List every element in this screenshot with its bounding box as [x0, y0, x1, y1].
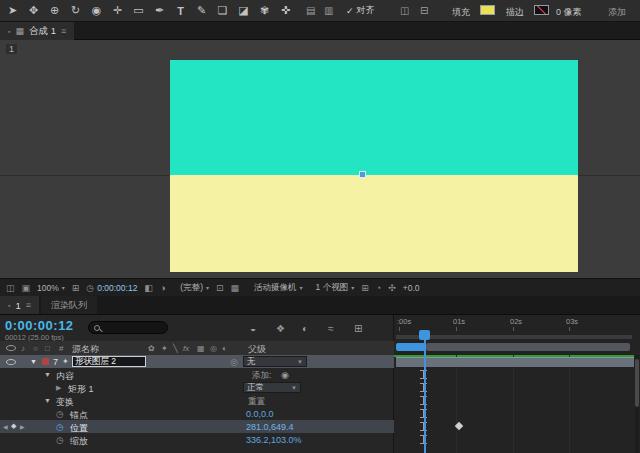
parent-dropdown[interactable]: 无 ▼ [243, 356, 307, 367]
playhead-line[interactable] [424, 330, 426, 453]
zoom-tool-icon[interactable]: ⊕ [48, 4, 61, 17]
layer-duration-bar[interactable] [396, 357, 634, 367]
contents-group-row[interactable]: ▼ 内容 添加: ◉ [0, 368, 394, 381]
anchor-point-value[interactable]: 0.0,0.0 [246, 409, 274, 419]
stopwatch-icon[interactable]: ◷ [56, 435, 64, 445]
snapshot-icon[interactable]: ◧ [144, 283, 153, 293]
grid-guides-icon[interactable]: ⊞ [72, 283, 80, 293]
camera-tool-icon[interactable]: ◉ [90, 4, 103, 17]
add-button-icon[interactable]: ◉ [281, 370, 289, 380]
comp-bottom-half-yellow [170, 175, 578, 272]
chevron-down-icon: ▾ [206, 284, 209, 291]
eraser-tool-icon[interactable]: ◪ [237, 4, 250, 17]
fill-color-swatch[interactable] [480, 5, 495, 15]
show-channel-icon[interactable]: ◑ [160, 283, 165, 293]
pen-tool-icon[interactable]: ✒ [153, 4, 166, 17]
panel-menu-icon[interactable]: ≡ [61, 26, 66, 36]
current-timecode[interactable]: 0:00:00:12 [5, 318, 74, 333]
prev-keyframe-icon[interactable]: ◀ [3, 423, 8, 430]
rectangle-group-row[interactable]: ▶ 矩形 1 正常 ▼ [0, 381, 394, 394]
stopwatch-icon[interactable]: ◷ [56, 409, 64, 419]
layer-twirl-icon[interactable]: ▼ [30, 358, 37, 365]
scale-value[interactable]: 336.2,103.0% [246, 435, 302, 445]
shape-tool-icon[interactable]: ▭ [132, 4, 145, 17]
snap-align-checkbox[interactable]: ✓ 对齐 [346, 4, 375, 17]
twirl-open-icon[interactable]: ▼ [44, 371, 51, 378]
shy-icon[interactable]: ❖ [276, 323, 285, 334]
stroke-color-swatch[interactable] [534, 5, 549, 15]
position-value[interactable]: 281.0,649.4 [246, 422, 294, 432]
view-layout-dropdown[interactable]: 1 个视图 ▾ [316, 282, 355, 294]
comp-canvas[interactable] [170, 60, 578, 272]
pixel-aspect-icon[interactable]: ⊞ [361, 283, 369, 293]
composition-viewer[interactable]: 1 [0, 40, 640, 278]
rotation-tool-icon[interactable]: ↻ [69, 4, 82, 17]
lock-column-icon: □ [45, 344, 50, 353]
transparency-grid-icon[interactable]: ▦ [231, 283, 240, 293]
puppet-pin-tool-icon[interactable]: ✜ [279, 4, 292, 17]
scale-label[interactable]: 缩放 [70, 435, 88, 448]
always-preview-icon[interactable]: ◫ [6, 283, 15, 293]
grid-options-icon[interactable]: ▥ [324, 5, 333, 16]
scrollbar-thumb[interactable] [635, 359, 639, 407]
feather-icon[interactable]: ⊟ [420, 5, 428, 16]
ruler-label: :00s [397, 317, 411, 326]
camera-dropdown[interactable]: 活动摄像机 ▾ [254, 282, 303, 294]
fill-label[interactable]: 填充 [452, 6, 470, 19]
axis-mode-icon[interactable]: ▤ [306, 5, 315, 16]
time-navigator-bar[interactable] [426, 343, 630, 351]
playhead-handle[interactable] [419, 330, 430, 340]
parent-pickwhip-icon[interactable]: ◎ [230, 357, 238, 367]
work-area-bar[interactable] [396, 335, 632, 339]
tool-bar: ➤ ✥ ⊕ ↻ ◉ ✛ ▭ ✒ T ✎ ❏ ◪ ✾ ✜ ▤ ▥ ✓ 对齐 ◫ ⊟… [0, 0, 640, 22]
preview-time-display[interactable]: ◷ 0:00:00:12 [86, 283, 137, 293]
add-keyframe-icon[interactable]: ◆ [11, 422, 16, 430]
layer-visibility-eye-icon[interactable] [6, 359, 16, 365]
exposure-value[interactable]: +0.0 [403, 283, 420, 293]
comp-nav-label[interactable]: 1 [6, 44, 17, 54]
transform-group-row[interactable]: ▼ 变换 重置 [0, 394, 394, 407]
frame-blend-icon[interactable]: ◐ [302, 323, 308, 334]
selection-tool-icon[interactable]: ➤ [6, 4, 19, 17]
next-keyframe-icon[interactable]: ▶ [20, 423, 25, 430]
graph-editor-icon[interactable]: ⊞ [354, 323, 362, 334]
stroke-width-value[interactable]: 0 像素 [556, 6, 582, 19]
search-input[interactable] [88, 321, 168, 334]
time-navigator-cached-segment[interactable] [396, 343, 426, 351]
magnification-icon[interactable]: ▣ [22, 283, 31, 293]
type-tool-icon[interactable]: T [174, 5, 187, 17]
timeline-tab-strip: ▪ 1 ≡ 渲染队列 [0, 296, 640, 314]
layer-label-swatch[interactable] [42, 358, 49, 365]
roto-brush-tool-icon[interactable]: ✾ [258, 4, 271, 17]
anchor-point-handle[interactable] [359, 171, 366, 178]
toolbar-right-label[interactable]: 添加 [608, 6, 626, 19]
motion-blur-icon[interactable]: ≈ [328, 323, 334, 334]
shy-switch-icon: ✿ [148, 344, 155, 353]
anchor-point-row[interactable]: ◷ 锚点 0.0,0.0 [0, 407, 394, 420]
twirl-open-icon[interactable]: ▼ [44, 397, 51, 404]
region-of-interest-icon[interactable]: ⊡ [216, 283, 224, 293]
clone-stamp-tool-icon[interactable]: ❏ [216, 4, 229, 17]
mask-mode-icon[interactable]: ◫ [400, 5, 409, 16]
stroke-label[interactable]: 描边 [506, 6, 524, 19]
comp-mini-flow-icon[interactable]: ◒ [250, 323, 256, 334]
pan-behind-tool-icon[interactable]: ✛ [111, 4, 124, 17]
exposure-icon[interactable]: ✣ [388, 283, 396, 293]
timeline-comp-tab[interactable]: ▪ 1 ≡ [0, 296, 39, 314]
render-queue-tab[interactable]: 渲染队列 [41, 296, 97, 314]
resolution-dropdown[interactable]: (完整) ▾ [180, 282, 209, 294]
layer-name-edit-box[interactable]: 形状图层 2 [72, 356, 146, 367]
twirl-closed-icon[interactable]: ▶ [56, 384, 61, 392]
position-row[interactable]: ◀ ◆ ▶ ◷ 位置 281.0,649.4 [0, 420, 394, 433]
panel-menu-icon[interactable]: ≡ [26, 300, 31, 310]
scale-row[interactable]: ◷ 缩放 336.2,103.0% [0, 433, 394, 446]
composition-panel-tab[interactable]: ▪ ▦ 合成 1 ≡ [0, 22, 74, 40]
timeline-track-area[interactable]: :00s 01s 02s 03s [394, 315, 640, 453]
brush-tool-icon[interactable]: ✎ [195, 4, 208, 17]
blend-mode-dropdown[interactable]: 正常 ▼ [243, 382, 301, 393]
stopwatch-icon-active[interactable]: ◷ [56, 422, 64, 432]
fast-previews-icon[interactable]: ◔ [376, 283, 381, 293]
zoom-dropdown[interactable]: 100% ▾ [37, 283, 65, 293]
layer-row[interactable]: ▼ 7 ✦ 形状图层 2 ◎ 无 ▼ [0, 355, 394, 368]
hand-tool-icon[interactable]: ✥ [27, 4, 40, 17]
